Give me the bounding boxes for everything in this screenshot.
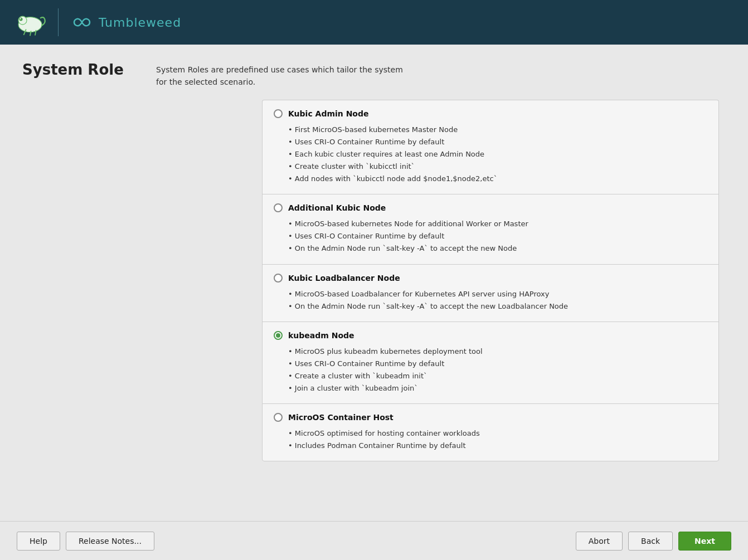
left-column (22, 100, 262, 510)
role-header-kubic-loadbalancer: Kubic Loadbalancer Node (274, 274, 707, 283)
radio-kubic-loadbalancer[interactable] (274, 274, 283, 283)
role-bullet-item: • MicroOS-based Loadbalancer for Kuberne… (288, 288, 707, 300)
abort-button[interactable]: Abort (576, 532, 623, 551)
main-content: System Role System Roles are predefined … (0, 45, 748, 521)
role-title-additional-kubic: Additional Kubic Node (288, 203, 386, 212)
header: openSUSE Tumbleweed (0, 0, 748, 45)
role-bullet-item: • Each kubic cluster requires at least o… (288, 148, 707, 160)
role-card-microos-container[interactable]: MicroOS Container Host• MicroOS optimise… (262, 403, 719, 461)
role-title-kubic-admin: Kubic Admin Node (288, 109, 369, 118)
page-header: System Role System Roles are predefined … (22, 61, 726, 89)
brand-logo: openSUSE Tumbleweed (13, 8, 181, 36)
role-bullet-item: • Uses CRI-O Container Runtime by defaul… (288, 358, 707, 370)
header-divider (58, 8, 59, 36)
role-bullets-additional-kubic: • MicroOS-based kubernetes Node for addi… (288, 218, 707, 255)
svg-point-3 (20, 18, 21, 20)
role-header-microos-container: MicroOS Container Host (274, 413, 707, 422)
role-bullet-item: • Uses CRI-O Container Runtime by defaul… (288, 230, 707, 242)
role-header-kubic-admin: Kubic Admin Node (274, 109, 707, 118)
page-title: System Role (22, 61, 134, 89)
role-bullets-kubic-admin: • First MicroOS-based kubernetes Master … (288, 124, 707, 185)
role-header-additional-kubic: Additional Kubic Node (274, 203, 707, 212)
role-card-additional-kubic[interactable]: Additional Kubic Node• MicroOS-based kub… (262, 194, 719, 264)
role-bullet-item: • Create a cluster with `kubeadm init` (288, 370, 707, 382)
back-button[interactable]: Back (628, 532, 673, 551)
footer-right: Abort Back Next (576, 532, 731, 551)
role-bullet-item: • Includes Podman Container Runtime by d… (288, 440, 707, 452)
role-title-microos-container: MicroOS Container Host (288, 413, 394, 422)
radio-kubic-admin[interactable] (274, 109, 283, 118)
roles-panel: Kubic Admin Node• First MicroOS-based ku… (262, 100, 719, 462)
role-card-kubic-admin[interactable]: Kubic Admin Node• First MicroOS-based ku… (262, 100, 719, 194)
role-card-kubic-loadbalancer[interactable]: Kubic Loadbalancer Node• MicroOS-based L… (262, 264, 719, 322)
tumbleweed-label: Tumbleweed (99, 16, 181, 30)
role-header-kubeadm: kubeadm Node (274, 331, 707, 340)
role-bullet-item: • First MicroOS-based kubernetes Master … (288, 124, 707, 136)
role-bullet-item: • On the Admin Node run `salt-key -A` to… (288, 300, 707, 313)
right-column: Kubic Admin Node• First MicroOS-based ku… (262, 100, 726, 510)
radio-additional-kubic[interactable] (274, 203, 283, 212)
role-bullet-item: • Join a cluster with `kubeadm join` (288, 382, 707, 395)
role-bullet-item: • MicroOS plus kubeadm kubernetes deploy… (288, 345, 707, 358)
footer: Help Release Notes... Abort Back Next (0, 521, 748, 560)
footer-left: Help Release Notes... (17, 532, 569, 551)
radio-microos-container[interactable] (274, 413, 283, 422)
radio-kubeadm[interactable] (274, 331, 283, 340)
role-bullet-item: • MicroOS-based kubernetes Node for addi… (288, 218, 707, 230)
svg-point-1 (18, 16, 27, 25)
role-card-kubeadm[interactable]: kubeadm Node• MicroOS plus kubeadm kuber… (262, 322, 719, 403)
role-bullet-item: • Add nodes with `kubicctl node add $nod… (288, 173, 707, 185)
role-title-kubic-loadbalancer: Kubic Loadbalancer Node (288, 274, 400, 283)
help-button[interactable]: Help (17, 532, 60, 551)
content-area: Kubic Admin Node• First MicroOS-based ku… (22, 100, 726, 510)
release-notes-button[interactable]: Release Notes... (66, 532, 154, 551)
next-button[interactable]: Next (678, 532, 731, 551)
role-bullets-kubeadm: • MicroOS plus kubeadm kubernetes deploy… (288, 345, 707, 395)
role-bullet-item: • Uses CRI-O Container Runtime by defaul… (288, 136, 707, 148)
tumbleweed-brand: Tumbleweed (70, 14, 181, 31)
role-title-kubeadm: kubeadm Node (288, 331, 354, 340)
tumbleweed-icon (70, 14, 94, 31)
role-bullet-item: • On the Admin Node run `salt-key -A` to… (288, 242, 707, 255)
role-bullet-item: • Create cluster with `kubicctl init` (288, 160, 707, 173)
role-bullets-kubic-loadbalancer: • MicroOS-based Loadbalancer for Kuberne… (288, 288, 707, 313)
opensuse-logo: openSUSE (13, 8, 47, 36)
role-bullets-microos-container: • MicroOS optimised for hosting containe… (288, 427, 707, 452)
page-description: System Roles are predefined use cases wh… (156, 64, 403, 89)
role-bullet-item: • MicroOS optimised for hosting containe… (288, 427, 707, 440)
